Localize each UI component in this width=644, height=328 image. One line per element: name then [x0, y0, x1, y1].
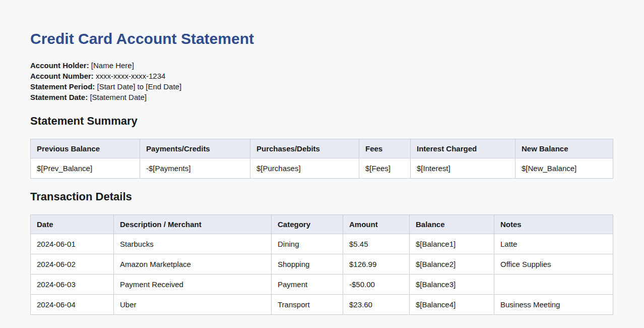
table-cell: Office Supplies — [494, 254, 613, 275]
account-number-label: Account Number: — [30, 72, 94, 80]
statement-period-label: Statement Period: — [30, 82, 95, 91]
transactions-table-body: 2024-06-01StarbucksDining$5.45$[Balance1… — [31, 234, 613, 315]
statement-summary-heading: Statement Summary — [30, 115, 613, 128]
table-cell: Amazon Marketplace — [114, 254, 272, 275]
column-header: Fees — [359, 139, 411, 158]
table-row: $[Prev_Balance]-$[Payments]$[Purchases]$… — [31, 158, 613, 179]
summary-table-header: Previous BalancePayments/CreditsPurchase… — [31, 139, 613, 158]
table-cell: $[New_Balance] — [516, 158, 613, 179]
table-cell: Latte — [494, 234, 613, 254]
table-cell: Dining — [272, 234, 343, 254]
statement-date-label: Statement Date: — [30, 93, 88, 101]
table-cell: 2024-06-01 — [31, 234, 114, 254]
table-cell: $[Fees] — [359, 158, 411, 179]
column-header: Interest Charged — [411, 139, 516, 158]
column-header: Description / Merchant — [114, 215, 272, 234]
page-title: Credit Card Account Statement — [30, 30, 613, 47]
table-cell: Payment Received — [114, 275, 272, 295]
table-cell: $[Prev_Balance] — [31, 158, 140, 179]
transaction-details-heading: Transaction Details — [30, 190, 613, 203]
column-header: Date — [31, 215, 114, 234]
summary-table-body: $[Prev_Balance]-$[Payments]$[Purchases]$… — [31, 158, 613, 179]
column-header: Purchases/Debits — [250, 139, 359, 158]
statement-date-value: [Statement Date] — [90, 93, 147, 101]
statement-page: Credit Card Account Statement Account Ho… — [0, 0, 644, 328]
column-header: Notes — [494, 215, 613, 234]
column-header: Payments/Credits — [140, 139, 250, 158]
table-cell: $[Balance4] — [410, 295, 494, 315]
table-row: 2024-06-02Amazon MarketplaceShopping$126… — [31, 254, 613, 275]
transaction-details-table: DateDescription / MerchantCategoryAmount… — [30, 214, 613, 315]
table-cell: $126.99 — [343, 254, 410, 275]
account-info-block: Account Holder: [Name Here] Account Numb… — [30, 60, 613, 102]
table-cell: $[Interest] — [411, 158, 516, 179]
table-cell: $5.45 — [343, 234, 410, 254]
table-cell — [494, 275, 613, 295]
account-number-value: xxxx-xxxx-xxxx-1234 — [96, 72, 165, 80]
account-holder-label: Account Holder: — [30, 61, 89, 70]
column-header: Amount — [343, 215, 410, 234]
statement-date-line: Statement Date: [Statement Date] — [30, 92, 613, 102]
table-cell: Payment — [272, 275, 343, 295]
table-cell: Uber — [114, 295, 272, 315]
table-row: 2024-06-01StarbucksDining$5.45$[Balance1… — [31, 234, 613, 254]
table-cell: $23.60 — [343, 295, 410, 315]
table-cell: $[Balance1] — [410, 234, 494, 254]
table-cell: Starbucks — [114, 234, 272, 254]
statement-summary-table: Previous BalancePayments/CreditsPurchase… — [30, 139, 613, 179]
transactions-table-header: DateDescription / MerchantCategoryAmount… — [31, 215, 613, 234]
table-cell: 2024-06-03 — [31, 275, 114, 295]
table-cell: -$50.00 — [343, 275, 410, 295]
table-row: 2024-06-03Payment ReceivedPayment-$50.00… — [31, 275, 613, 295]
table-cell: $[Balance3] — [410, 275, 494, 295]
column-header: New Balance — [516, 139, 613, 158]
statement-period-value: [Start Date] to [End Date] — [97, 82, 182, 91]
summary-header-row: Previous BalancePayments/CreditsPurchase… — [31, 139, 613, 158]
table-cell: $[Balance2] — [410, 254, 494, 275]
account-number-line: Account Number: xxxx-xxxx-xxxx-1234 — [30, 71, 613, 81]
account-holder-line: Account Holder: [Name Here] — [30, 60, 613, 71]
table-cell: Shopping — [272, 254, 343, 275]
column-header: Category — [272, 215, 343, 234]
table-row: 2024-06-04UberTransport$23.60$[Balance4]… — [31, 295, 613, 315]
statement-period-line: Statement Period: [Start Date] to [End D… — [30, 81, 613, 92]
table-cell: 2024-06-04 — [31, 295, 114, 315]
table-cell: Business Meeting — [494, 295, 613, 315]
table-cell: 2024-06-02 — [31, 254, 114, 275]
table-cell: -$[Payments] — [140, 158, 250, 179]
table-cell: Transport — [272, 295, 343, 315]
account-holder-value: [Name Here] — [91, 61, 134, 70]
column-header: Balance — [410, 215, 494, 234]
transactions-header-row: DateDescription / MerchantCategoryAmount… — [31, 215, 613, 234]
table-cell: $[Purchases] — [250, 158, 359, 179]
column-header: Previous Balance — [31, 139, 140, 158]
